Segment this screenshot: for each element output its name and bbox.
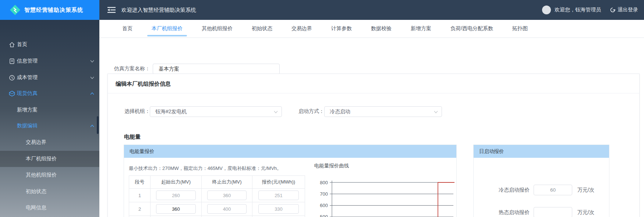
冷态启动报价-input[interactable]: 60 [534, 185, 572, 195]
svg-text:600: 600 [320, 203, 328, 208]
sidebar-item-新增方案[interactable]: 新增方案 [0, 102, 99, 118]
sidebar-item-信息管理[interactable]: 信息管理 [0, 53, 99, 69]
table-header-起始出力(MV): 起始出力(MV) [151, 176, 202, 189]
table-header-报价(元/(MWh)): 报价(元/(MWh)) [252, 176, 305, 189]
app-title: 智慧经营辅助决策系统 [24, 7, 83, 14]
startup-mode-value: 冷态启动 [330, 108, 350, 115]
energy-price-chart: 电能量报价曲线800700600500400 [307, 160, 454, 217]
segment-number-label: 1 [138, 193, 141, 198]
unit-select-label: 选择机组： [124, 108, 150, 115]
sidebar-item-label: 其他机组报价 [26, 172, 57, 178]
chevron-up-icon [90, 92, 94, 95]
startup-field-row: 冷态启动报价60万元/次 [474, 185, 610, 195]
scheme-name-row: 仿真方案名称： 基本方案 [99, 38, 644, 73]
chevron-down-icon [434, 111, 438, 113]
table-row: 1260360251 [129, 189, 305, 202]
svg-text:500: 500 [320, 214, 328, 217]
user-avatar[interactable] [542, 6, 551, 14]
price-input[interactable]: 251 [258, 191, 299, 200]
svg-text:700: 700 [320, 191, 328, 197]
end-output-input[interactable]: 400 [207, 204, 247, 214]
logout-label: 退出登录 [618, 7, 638, 13]
unit-text: 万元/次 [577, 187, 594, 193]
user-greeting: 欢迎您，钰海管理员 [555, 7, 601, 13]
sidebar-item-label: 数据编辑 [17, 122, 38, 129]
chevron-down-icon [90, 60, 94, 63]
tab-首页[interactable]: 首页 [122, 20, 132, 38]
start-output-input[interactable]: 260 [156, 191, 196, 200]
sidebar: 首页信息管理成本管理现货仿真新增方案数据编辑交易边界本厂机组报价其他机组报价初始… [0, 20, 99, 217]
table-row: 2360400330 [129, 202, 305, 216]
unit-text: 万元/次 [577, 209, 594, 216]
热态启动报价-label: 热态启动报价 [499, 209, 530, 216]
cube-icon [9, 90, 15, 97]
startup-card-header: 日启动报价 [474, 145, 609, 158]
segment-number: 2 [129, 202, 151, 216]
doc-icon [9, 58, 15, 64]
sidebar-item-label: 初始状态 [26, 188, 46, 195]
tab-初始状态[interactable]: 初始状态 [252, 20, 272, 38]
logout-icon [610, 7, 616, 13]
scheme-name-input[interactable]: 基本方案 [153, 64, 280, 74]
app-screen: 智慧经营辅助决策系统 欢迎进入智慧经营辅助决策系统 欢迎您，钰海管理员 退出登录 [0, 0, 644, 217]
sidebar-item-现货仿真[interactable]: 现货仿真 [0, 85, 99, 102]
end-output-input[interactable]: 360 [207, 191, 247, 200]
sidebar-item-电网信息[interactable]: 电网信息 [0, 200, 99, 216]
sidebar-item-本厂机组报价[interactable]: 本厂机组报价 [0, 151, 99, 167]
sidebar-item-label: 信息管理 [17, 58, 38, 64]
startup-field-row: 热态启动报价万元/次 [474, 207, 610, 217]
selector-row: 选择机组： 钰海#2发电机 启动方式： 冷态启动 [108, 93, 639, 126]
sidebar-item-label: 成本管理 [17, 74, 38, 81]
header-welcome-text: 欢迎进入智慧经营辅助决策系统 [121, 0, 196, 20]
sidebar-item-其他机组报价[interactable]: 其他机组报价 [0, 167, 99, 183]
unit-select-value: 钰海#2发电机 [155, 108, 187, 115]
app-logo-icon [10, 4, 21, 15]
tab-计算参数[interactable]: 计算参数 [331, 20, 352, 38]
chevron-down-icon [274, 111, 278, 113]
sidebar-item-label: 首页 [17, 41, 27, 48]
tab-bar: 首页本厂机组报价其他机组报价初始状态交易边界计算参数数据校验新增方案负荷/西电分… [99, 20, 644, 38]
header-right: 欢迎您，钰海管理员 退出登录 [542, 0, 638, 20]
sidebar-item-label: 新增方案 [17, 107, 38, 113]
tab-本厂机组报价[interactable]: 本厂机组报价 [152, 20, 183, 38]
logo-block: 智慧经营辅助决策系统 [0, 0, 99, 20]
start-output-input[interactable]: 360 [156, 204, 196, 214]
panel-title: 编辑本厂机组报价信息 [116, 81, 171, 88]
logout-button[interactable]: 退出登录 [610, 7, 638, 13]
tab-交易边界[interactable]: 交易边界 [291, 20, 312, 38]
sidebar-item-label: 电网信息 [26, 204, 46, 211]
tab-新增方案[interactable]: 新增方案 [411, 20, 431, 38]
sidebar-item-label: 交易边界 [26, 139, 46, 146]
energy-info-line: 最小技术出力：270MW，额定出力：465MV，度电补贴标准：元/MVh。 [129, 165, 282, 172]
sidebar-item-数据编辑[interactable]: 数据编辑 [0, 118, 99, 134]
quotation-table: 段号起始出力(MV)终止出力(MV)报价(元/(MWh))12603602512… [129, 175, 305, 217]
startup-mode-select[interactable]: 冷态启动 [324, 106, 442, 117]
energy-quotation-card: 电能量报价 最小技术出力：270MW，额定出力：465MV，度电补贴标准：元/M… [124, 145, 457, 217]
table-header-段号: 段号 [129, 176, 151, 189]
tab-拓扑图[interactable]: 拓扑图 [512, 20, 528, 38]
energy-card-header: 电能量报价 [124, 145, 456, 158]
table-header-终止出力(MV): 终止出力(MV) [202, 176, 252, 189]
sidebar-item-首页[interactable]: 首页 [0, 36, 99, 53]
sidebar-item-交易边界[interactable]: 交易边界 [0, 134, 99, 150]
tab-负荷/西电分配系数[interactable]: 负荷/西电分配系数 [450, 20, 493, 38]
top-header: 智慧经营辅助决策系统 欢迎进入智慧经营辅助决策系统 欢迎您，钰海管理员 退出登录 [0, 0, 644, 20]
edit-quotation-panel: 编辑本厂机组报价信息 选择机组： 钰海#2发电机 启动方式： 冷态启动 电能量 … [107, 74, 640, 217]
svg-text:800: 800 [320, 180, 328, 185]
sidebar-item-label: 本厂机组报价 [26, 156, 57, 162]
sidebar-item-label: 现货仿真 [17, 90, 38, 97]
tab-其他机组报价[interactable]: 其他机组报价 [202, 20, 233, 38]
sidebar-item-成本管理[interactable]: 成本管理 [0, 70, 99, 86]
unit-select[interactable]: 钰海#2发电机 [150, 106, 282, 117]
collapse-menu-icon[interactable] [107, 6, 116, 14]
chevron-up-icon [90, 125, 94, 127]
sidebar-item-初始状态[interactable]: 初始状态 [0, 184, 99, 200]
tab-数据校验[interactable]: 数据校验 [371, 20, 392, 38]
price-input[interactable]: 330 [258, 204, 299, 214]
home-icon [9, 42, 15, 48]
冷态启动报价-label: 冷态启动报价 [499, 187, 530, 193]
chevron-down-icon [90, 77, 94, 79]
segment-number-label: 2 [138, 206, 141, 212]
热态启动报价-input[interactable] [534, 207, 572, 217]
scheme-name-label: 仿真方案名称： [114, 65, 150, 72]
